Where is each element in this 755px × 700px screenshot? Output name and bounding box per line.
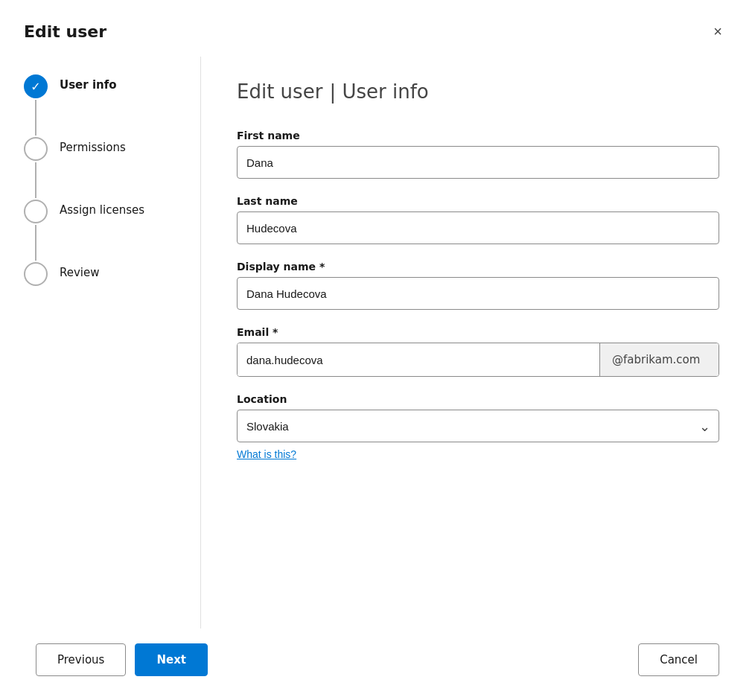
email-username-input[interactable] xyxy=(238,343,599,376)
email-label: Email * xyxy=(237,326,719,338)
last-name-input[interactable] xyxy=(237,211,719,244)
step-label-assign-licenses: Assign licenses xyxy=(60,200,144,217)
section-title-separator: | xyxy=(329,80,342,103)
next-button[interactable]: Next xyxy=(135,643,208,676)
edit-user-dialog: Edit user × ✓ User info xyxy=(0,0,755,700)
step-line-3 xyxy=(35,225,36,261)
display-name-group: Display name * xyxy=(237,261,719,310)
step-line-2 xyxy=(35,162,36,198)
display-name-input[interactable] xyxy=(237,277,719,310)
last-name-label: Last name xyxy=(237,195,719,207)
step-circle-permissions xyxy=(24,137,48,161)
first-name-group: First name xyxy=(237,130,719,179)
location-select-wrap: Slovakia United States United Kingdom Ge… xyxy=(237,410,719,442)
step-item-assign-licenses[interactable]: Assign licenses xyxy=(24,200,176,262)
what-is-this-link[interactable]: What is this? xyxy=(237,448,296,460)
last-name-group: Last name xyxy=(237,195,719,244)
dialog-footer: Previous Next Cancel xyxy=(0,629,755,700)
step-item-user-info[interactable]: ✓ User info xyxy=(24,74,176,137)
email-domain: @fabrikam.com xyxy=(599,343,719,376)
main-content: Edit user | User info First name Last na… xyxy=(201,57,755,629)
dialog-title: Edit user xyxy=(24,22,106,41)
step-label-user-info: User info xyxy=(60,74,117,92)
display-name-label: Display name * xyxy=(237,261,719,273)
step-circle-user-info: ✓ xyxy=(24,74,48,98)
close-button[interactable]: × xyxy=(704,18,731,45)
email-row: @fabrikam.com xyxy=(237,343,719,377)
dialog-header: Edit user × xyxy=(0,0,755,45)
section-title: Edit user | User info xyxy=(237,80,719,103)
location-group: Location Slovakia United States United K… xyxy=(237,393,719,461)
email-group: Email * @fabrikam.com xyxy=(237,326,719,377)
step-circle-assign-licenses xyxy=(24,200,48,223)
step-line-1 xyxy=(35,100,36,136)
step-item-permissions[interactable]: Permissions xyxy=(24,137,176,200)
step-item-review[interactable]: Review xyxy=(24,262,176,286)
step-label-permissions: Permissions xyxy=(60,137,126,154)
previous-button[interactable]: Previous xyxy=(36,643,126,676)
location-select[interactable]: Slovakia United States United Kingdom Ge… xyxy=(237,410,719,442)
check-icon: ✓ xyxy=(31,80,40,94)
steps-sidebar: ✓ User info Permissions xyxy=(0,57,201,629)
first-name-input[interactable] xyxy=(237,146,719,179)
step-circle-review xyxy=(24,262,48,286)
cancel-button[interactable]: Cancel xyxy=(638,643,719,676)
section-title-sub: User info xyxy=(342,80,428,103)
section-title-main: Edit user xyxy=(237,80,322,103)
first-name-label: First name xyxy=(237,130,719,141)
step-label-review: Review xyxy=(60,262,100,279)
location-label: Location xyxy=(237,393,719,405)
dialog-body: ✓ User info Permissions xyxy=(0,45,755,629)
